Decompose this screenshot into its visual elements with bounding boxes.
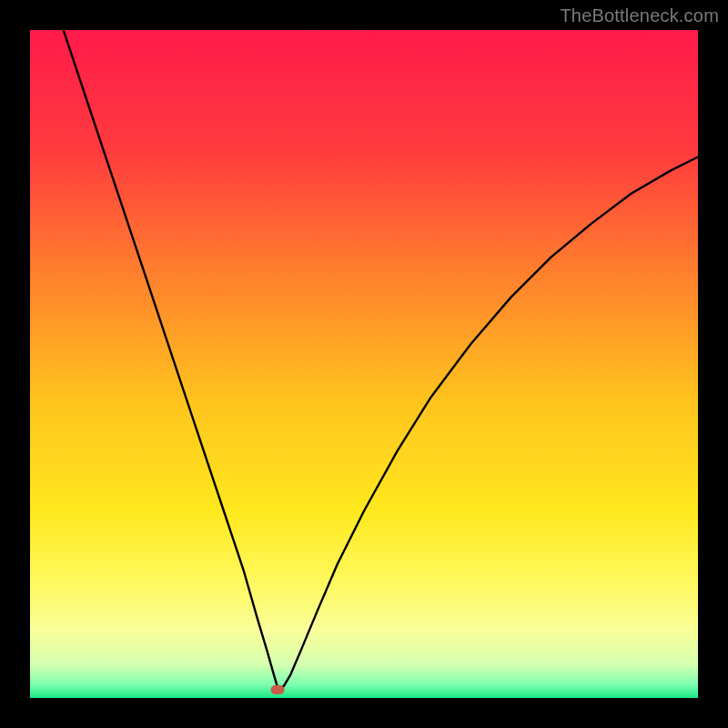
bottleneck-curve <box>30 30 698 698</box>
plot-area <box>30 30 698 698</box>
watermark-text: TheBottleneck.com <box>560 5 719 26</box>
chart-frame: TheBottleneck.com <box>0 0 728 728</box>
optimal-point-marker <box>270 685 284 694</box>
